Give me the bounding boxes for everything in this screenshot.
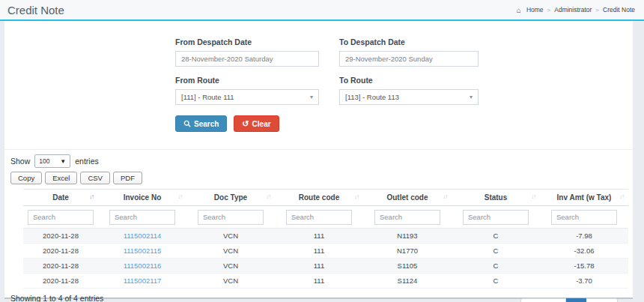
table-row: 2020-11-28 1115002114 VCN 111 N1193 C -7… [23,228,628,243]
outlet-code-cell: N1193 [363,228,452,243]
chevron-down-icon: ▾ [470,94,473,100]
inv-amt-cell: -3.70 [540,273,628,288]
page-length-value: 100 [39,157,49,165]
to-route-select[interactable]: [113] - Route 113 ▾ [339,89,479,105]
clear-button[interactable]: ↺ Clear [234,115,279,132]
top-header-bar: Credit Note ⌂ Home > Administrator > Cre… [0,0,644,21]
invoice-link[interactable]: 1115002115 [124,247,162,255]
breadcrumb-administrator[interactable]: Administrator [554,6,592,13]
status-cell: C [452,243,540,258]
entries-summary: Showing 1 to 4 of 4 entries [10,294,103,302]
from-route-label: From Route [175,76,319,85]
page-number-button[interactable]: 1 [566,298,587,302]
page-title: Credit Note [7,4,64,16]
status-cell: C [452,273,540,288]
doc-type-search-input[interactable] [198,210,264,225]
inv-amt-cell: -15.78 [540,258,628,273]
breadcrumb-separator: > [547,7,551,13]
search-button-label: Search [194,120,219,128]
column-header-outlet-code[interactable]: Outlet code↓↑ [363,190,452,206]
table-row: 2020-11-28 1115002115 VCN 111 N1770 C -3… [23,243,628,258]
copy-button[interactable]: Copy [10,172,42,184]
inv-amt-search-input[interactable] [551,210,617,225]
to-despatch-date-label: To Despatch Date [339,37,479,46]
clear-button-label: Clear [252,120,271,128]
column-header-inv-amt[interactable]: Inv Amt (w Tax)↓↑ [540,190,628,206]
table-row: 2020-11-28 1115002117 VCN 111 S1124 C -3… [23,273,628,288]
doc-type-cell: VCN [186,228,275,243]
invoice-no-search-input[interactable] [109,210,175,225]
credit-note-table: Date↓↑ Invoice No↓↑ Doc Type↓↑ Route cod… [23,189,628,289]
from-route-select[interactable]: [111] - Route 111 ▾ [175,89,319,105]
datatable-zone: Show 100 ▼ entries Copy Excel CSV PDF [4,150,633,184]
content-card: From Despatch Date To Despatch Date From… [4,21,633,299]
search-button[interactable]: Search [175,115,227,132]
route-code-cell: 111 [275,243,363,258]
column-search-row [23,206,628,229]
sort-icon: ↓↑ [531,193,535,200]
invoice-link[interactable]: 1115002117 [124,277,162,285]
excel-button[interactable]: Excel [45,172,77,184]
invoice-link[interactable]: 1115002116 [124,262,162,270]
breadcrumb-separator: > [595,7,599,13]
chevron-down-icon: ▾ [310,94,313,100]
breadcrumb: ⌂ Home > Administrator > Credit Note [517,6,635,14]
from-despatch-date-label: From Despatch Date [175,37,319,46]
from-despatch-date-input[interactable] [175,51,319,67]
breadcrumb-home[interactable]: Home [526,6,544,13]
date-cell: 2020-11-28 [23,243,98,258]
date-cell: 2020-11-28 [23,273,98,288]
sort-icon: ↓↑ [177,193,182,200]
column-header-date[interactable]: Date↓↑ [23,190,98,206]
inv-amt-cell: -32.06 [540,243,628,258]
route-code-cell: 111 [275,228,363,243]
doc-type-cell: VCN [186,273,275,288]
sort-icon: ↓↑ [443,193,447,200]
chevron-down-icon: ▼ [60,158,66,165]
date-cell: 2020-11-28 [23,258,98,273]
column-header-invoice-no[interactable]: Invoice No↓↑ [98,190,186,206]
csv-button[interactable]: CSV [80,172,110,184]
search-icon [183,120,191,127]
doc-type-cell: VCN [186,258,275,273]
column-header-doc-type[interactable]: Doc Type↓↑ [186,190,275,206]
sort-icon: ↓↑ [354,193,359,200]
column-header-status[interactable]: Status↓↑ [452,190,540,206]
outlet-code-search-input[interactable] [374,210,440,225]
doc-type-cell: VCN [186,243,275,258]
undo-icon: ↺ [242,119,249,129]
outlet-code-cell: S1124 [363,273,452,288]
sort-icon: ↓↑ [619,193,624,200]
to-despatch-date-input[interactable] [339,51,479,67]
status-cell: C [452,258,540,273]
previous-page-button[interactable]: Previous [520,298,566,302]
date-cell: 2020-11-28 [23,228,98,243]
next-page-button[interactable]: Next [586,298,618,302]
page-length-select[interactable]: 100 ▼ [34,154,70,168]
filter-form: From Despatch Date To Despatch Date From… [4,21,633,132]
column-header-route-code[interactable]: Route code↓↑ [275,190,363,206]
status-search-input[interactable] [463,210,529,225]
entries-label: entries [75,157,99,166]
from-route-selected-value: [111] - Route 111 [181,93,234,101]
sort-icon: ↓↑ [266,193,270,200]
route-code-cell: 111 [275,258,363,273]
table-header-row: Date↓↑ Invoice No↓↑ Doc Type↓↑ Route cod… [23,190,628,206]
show-label: Show [10,157,30,166]
to-route-label: To Route [339,76,479,85]
outlet-code-cell: S1105 [363,258,452,273]
table-row: 2020-11-28 1115002116 VCN 111 S1105 C -1… [23,258,628,273]
home-icon: ⌂ [517,6,521,14]
to-route-selected-value: [113] - Route 113 [345,93,399,101]
breadcrumb-current: Credit Note [603,6,635,13]
status-cell: C [452,228,540,243]
date-search-input[interactable] [28,210,94,225]
pagination: Previous 1 Next [520,298,618,302]
route-code-search-input[interactable] [286,210,352,225]
outlet-code-cell: N1770 [363,243,452,258]
route-code-cell: 111 [275,273,363,288]
invoice-link[interactable]: 1115002114 [124,232,162,240]
pdf-button[interactable]: PDF [113,172,142,184]
table-footer: Showing 1 to 4 of 4 entries Previous 1 N… [4,289,633,302]
sort-icon: ↓↑ [89,193,94,200]
